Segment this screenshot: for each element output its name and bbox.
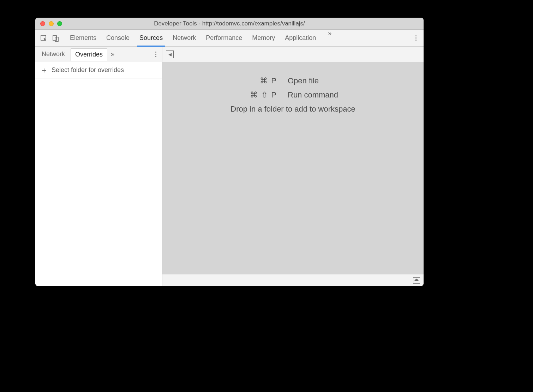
window-title: Developer Tools - http://todomvc.com/exa… (35, 20, 424, 27)
tab-sources[interactable]: Sources (139, 30, 163, 46)
sidebar-tab-overrides[interactable]: Overrides (71, 48, 107, 61)
devtools-window: Developer Tools - http://todomvc.com/exa… (35, 18, 424, 286)
settings-menu-icon[interactable] (412, 35, 420, 41)
editor-stage[interactable]: ⌘ P Open file ⌘ ⇧ P Run command Drop in … (162, 62, 424, 274)
hint-drop-folder: Drop in a folder to add to workspace (230, 105, 355, 114)
sources-sidebar: Network Overrides » ＋ Select folder for … (35, 47, 162, 286)
plus-icon: ＋ (40, 66, 48, 74)
tabs-overflow-icon[interactable]: » (326, 30, 332, 46)
tab-application[interactable]: Application (285, 30, 316, 46)
sidebar-menu-icon[interactable] (151, 52, 160, 57)
toggle-device-toolbar-icon[interactable] (51, 33, 61, 43)
close-window-icon[interactable] (40, 21, 45, 26)
collapse-sidebar-icon[interactable]: ◀ (166, 51, 174, 58)
hint-open-file: ⌘ P Open file (214, 76, 372, 85)
panel-tabs: Elements Console Sources Network Perform… (70, 30, 332, 46)
console-drawer-toggle-icon[interactable] (413, 277, 420, 284)
tab-elements[interactable]: Elements (70, 30, 96, 46)
svg-rect-1 (53, 36, 56, 40)
tab-console[interactable]: Console (106, 30, 130, 46)
editor-tabbar: ◀ (162, 47, 424, 62)
main-toolbar: Elements Console Sources Network Perform… (35, 30, 424, 47)
traffic-lights (35, 21, 62, 26)
tab-performance[interactable]: Performance (206, 30, 242, 46)
hint-run-command: ⌘ ⇧ P Run command (214, 90, 372, 100)
window-titlebar: Developer Tools - http://todomvc.com/exa… (35, 18, 424, 30)
label-open-file: Open file (288, 76, 372, 85)
sidebar-tab-network[interactable]: Network (37, 48, 69, 60)
toolbar-separator (405, 34, 405, 43)
tab-network[interactable]: Network (173, 30, 196, 46)
shortcut-open-file: ⌘ P (214, 76, 277, 85)
editor-footer (162, 274, 424, 286)
select-folder-label: Select folder for overrides (52, 66, 124, 74)
tab-memory[interactable]: Memory (252, 30, 275, 46)
zoom-window-icon[interactable] (57, 21, 62, 26)
editor-area: ◀ ⌘ P Open file ⌘ ⇧ P Run command Drop i… (162, 47, 424, 286)
minimize-window-icon[interactable] (49, 21, 54, 26)
panel-body: Network Overrides » ＋ Select folder for … (35, 47, 424, 286)
select-folder-for-overrides[interactable]: ＋ Select folder for overrides (35, 62, 162, 78)
shortcut-run-command: ⌘ ⇧ P (214, 90, 277, 100)
sidebar-tabs: Network Overrides » (35, 47, 162, 62)
empty-state-hints: ⌘ P Open file ⌘ ⇧ P Run command Drop in … (162, 62, 424, 114)
label-run-command: Run command (288, 90, 372, 100)
inspect-element-icon[interactable] (39, 33, 49, 43)
sidebar-tabs-overflow-icon[interactable]: » (109, 51, 115, 58)
